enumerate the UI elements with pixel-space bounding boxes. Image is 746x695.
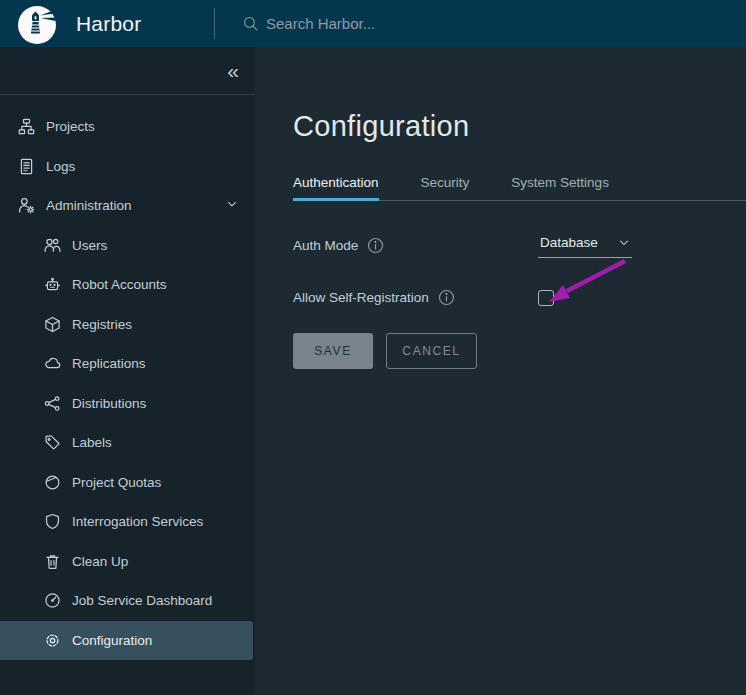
sidebar-item-label: Logs — [46, 159, 75, 174]
users-icon — [44, 237, 61, 254]
tab-bar: Authentication Security System Settings — [293, 167, 746, 201]
sidebar-item-registries[interactable]: Registries — [0, 305, 255, 345]
logs-icon — [18, 158, 35, 175]
projects-icon — [18, 118, 35, 135]
sidebar-item-configuration[interactable]: Configuration — [0, 621, 253, 661]
share-icon — [44, 395, 61, 412]
shield-icon — [44, 513, 61, 530]
header-divider — [214, 8, 215, 39]
administration-icon — [18, 197, 35, 214]
auth-config-form: Auth Mode Database Allow Self-R — [293, 233, 746, 369]
tag-icon — [44, 434, 61, 451]
form-actions: SAVE CANCEL — [293, 333, 746, 369]
sidebar-item-label: Administration — [46, 198, 132, 213]
sidebar-item-users[interactable]: Users — [0, 226, 255, 266]
sidebar-item-label: Clean Up — [72, 554, 128, 569]
sidebar-item-label: Configuration — [72, 633, 152, 648]
sidebar-item-labels[interactable]: Labels — [0, 423, 255, 463]
collapse-sidebar-icon[interactable]: « — [227, 60, 239, 81]
self-registration-label-group: Allow Self-Registration — [293, 289, 538, 306]
sidebar-item-distributions[interactable]: Distributions — [0, 384, 255, 424]
self-registration-label: Allow Self-Registration — [293, 290, 429, 305]
harbor-logo-icon[interactable] — [17, 5, 57, 45]
sidebar-item-projects[interactable]: Projects — [0, 107, 255, 147]
sidebar-item-replications[interactable]: Replications — [0, 344, 255, 384]
sidebar-item-label: Interrogation Services — [72, 514, 203, 529]
search-icon — [242, 15, 259, 32]
search-bar — [242, 0, 566, 47]
sidebar-item-label: Labels — [72, 435, 112, 450]
robot-icon — [44, 276, 61, 293]
sidebar-item-logs[interactable]: Logs — [0, 147, 255, 187]
sidebar-item-job-service-dashboard[interactable]: Job Service Dashboard — [0, 581, 255, 621]
save-button[interactable]: SAVE — [293, 333, 373, 369]
sidebar-item-robot-accounts[interactable]: Robot Accounts — [0, 265, 255, 305]
trash-icon — [44, 553, 61, 570]
sidebar-item-label: Replications — [72, 356, 146, 371]
self-registration-checkbox[interactable] — [538, 290, 554, 306]
brand-title[interactable]: Harbor — [76, 12, 141, 36]
sidebar-item-label: Job Service Dashboard — [72, 593, 212, 608]
auth-mode-label: Auth Mode — [293, 238, 358, 253]
info-icon[interactable] — [367, 237, 384, 254]
cloud-icon — [44, 355, 61, 372]
sidebar-item-interrogation-services[interactable]: Interrogation Services — [0, 502, 255, 542]
info-icon[interactable] — [438, 289, 455, 306]
main-panel: Configuration Authentication Security Sy… — [255, 47, 746, 695]
quota-icon — [44, 474, 61, 491]
sidebar-item-label: Project Quotas — [72, 475, 161, 490]
sidebar-item-project-quotas[interactable]: Project Quotas — [0, 463, 255, 503]
sidebar-item-clean-up[interactable]: Clean Up — [0, 542, 255, 582]
auth-mode-label-group: Auth Mode — [293, 237, 538, 254]
tab-system-settings[interactable]: System Settings — [511, 167, 609, 200]
cancel-button[interactable]: CANCEL — [386, 333, 477, 369]
auth-mode-selected-value: Database — [540, 235, 598, 250]
sidebar-item-label: Projects — [46, 119, 95, 134]
sidebar-nav: Projects Logs Administration — [0, 95, 255, 660]
sidebar-toolbar: « — [0, 47, 255, 95]
tab-security[interactable]: Security — [421, 167, 470, 200]
search-input[interactable] — [266, 15, 566, 32]
page-title: Configuration — [293, 110, 746, 143]
auth-mode-select[interactable]: Database — [538, 233, 632, 258]
self-registration-row: Allow Self-Registration — [293, 289, 746, 306]
sidebar-item-label: Users — [72, 238, 107, 253]
sidebar-item-label: Distributions — [72, 396, 146, 411]
sidebar-item-label: Registries — [72, 317, 132, 332]
sidebar-item-administration[interactable]: Administration — [0, 186, 255, 226]
app-header: Harbor — [0, 0, 746, 47]
sidebar-item-label: Robot Accounts — [72, 277, 167, 292]
tab-authentication[interactable]: Authentication — [293, 167, 379, 200]
cube-icon — [44, 316, 61, 333]
chevron-down-icon — [618, 237, 630, 249]
chevron-down-icon[interactable] — [225, 197, 239, 214]
gauge-icon — [44, 592, 61, 609]
auth-mode-row: Auth Mode Database — [293, 233, 746, 258]
gear-icon — [44, 632, 61, 649]
sidebar: « Projects Logs — [0, 47, 255, 695]
